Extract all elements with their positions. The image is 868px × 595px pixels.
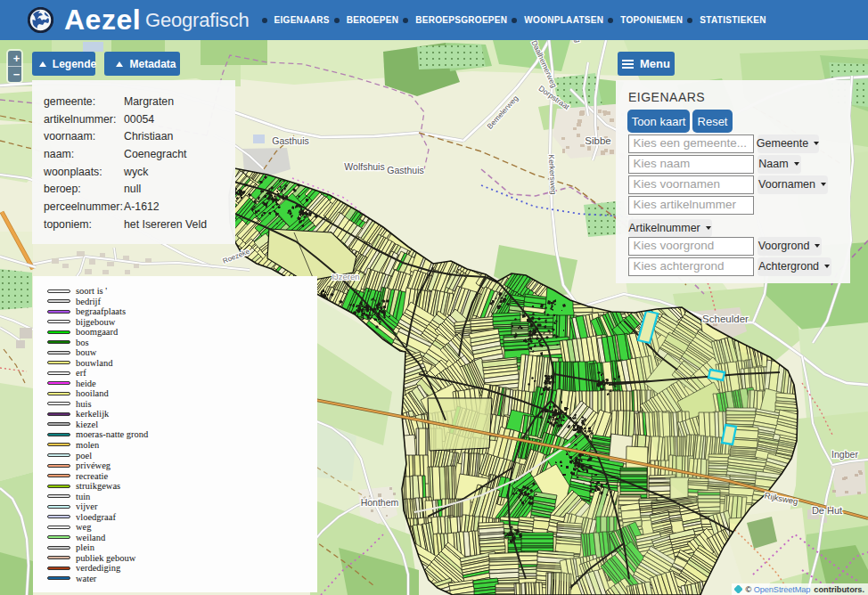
svg-text:De Hut: De Hut <box>812 505 842 516</box>
svg-text:Wolfshuis: Wolfshuis <box>344 161 384 172</box>
svg-text:Sibbe: Sibbe <box>585 135 610 146</box>
svg-text:Gasthuis: Gasthuis <box>272 135 308 146</box>
svg-text:Gasthuis: Gasthuis <box>387 165 423 175</box>
svg-text:IJzeren: IJzeren <box>332 272 359 281</box>
svg-text:Scheulder: Scheulder <box>702 314 749 324</box>
svg-text:Ingber: Ingber <box>831 449 858 460</box>
svg-text:Honthem: Honthem <box>361 497 399 508</box>
